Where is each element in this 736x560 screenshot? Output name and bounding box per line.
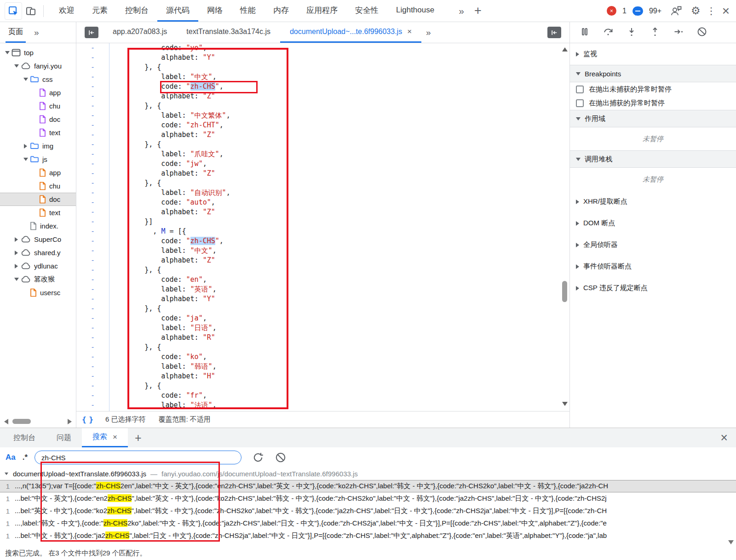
- tree-item-top[interactable]: top: [0, 46, 76, 59]
- toggle-debugger-sidebar-icon[interactable]: [547, 27, 561, 38]
- add-drawer-tab-icon[interactable]: +: [128, 431, 149, 445]
- checkbox[interactable]: [576, 99, 584, 107]
- settings-gear-icon[interactable]: ⚙: [691, 5, 701, 17]
- regex-toggle[interactable]: .*: [23, 453, 28, 462]
- tree-item-fanyi.you[interactable]: fanyi.you: [0, 59, 76, 73]
- search-result-file-header[interactable]: documentUpload~textTranslate.6f996033.js…: [0, 468, 736, 480]
- panel-tab-网络[interactable]: 网络: [198, 0, 231, 22]
- match-case-toggle[interactable]: Aa: [6, 453, 16, 462]
- panel-tab-内存[interactable]: 内存: [264, 0, 298, 22]
- step-icon[interactable]: [673, 26, 684, 39]
- section-事件侦听器断点[interactable]: 事件侦听器断点: [570, 256, 736, 277]
- expander-icon[interactable]: [13, 251, 20, 255]
- editor-vertical-scrollbar[interactable]: [560, 43, 569, 411]
- expander-icon[interactable]: [22, 158, 29, 161]
- tree-item-text[interactable]: text: [0, 126, 76, 139]
- panel-tab-Lighthouse[interactable]: Lighthouse: [387, 0, 443, 22]
- close-tab-icon[interactable]: ×: [113, 433, 117, 442]
- section-XHR/提取断点[interactable]: XHR/提取断点: [570, 191, 736, 212]
- search-result-row[interactable]: 1...bel:"中文 - 韩文"},{code:"ja2zh-CHS",lab…: [0, 530, 736, 542]
- kebab-menu-icon[interactable]: ⋮: [707, 6, 716, 17]
- drawer-tab-搜索[interactable]: 搜索×: [82, 428, 128, 447]
- step-out-icon[interactable]: [650, 26, 661, 39]
- section-Breakpoints[interactable]: Breakpoints: [570, 65, 736, 82]
- editor-tab-textTranslate.3a3a174c.js[interactable]: textTranslate.3a3a174c.js: [177, 22, 280, 43]
- tree-item-篡改猴[interactable]: 篡改猴: [0, 273, 76, 286]
- code-editor[interactable]: -------------------------------------- c…: [76, 43, 569, 411]
- drawer-tab-问题[interactable]: 问题: [46, 428, 82, 447]
- expander-icon[interactable]: [13, 237, 20, 242]
- panel-tab-应用程序[interactable]: 应用程序: [298, 0, 346, 22]
- clear-search-icon[interactable]: [275, 451, 287, 463]
- close-tab-icon[interactable]: ×: [407, 27, 412, 36]
- hide-navigator-icon[interactable]: [85, 27, 98, 38]
- expander-icon[interactable]: [22, 78, 29, 81]
- error-badge[interactable]: ×: [607, 6, 616, 16]
- scroll-right-icon[interactable]: [68, 419, 72, 424]
- tree-item-app[interactable]: app: [0, 86, 76, 99]
- tree-item-chu[interactable]: chu: [0, 179, 76, 193]
- step-into-icon[interactable]: [626, 26, 637, 39]
- search-result-row[interactable]: 1...bel:"中文 - 英文"},{code:"en2zh-CHS",lab…: [0, 492, 736, 505]
- panel-tab-控制台[interactable]: 控制台: [116, 0, 157, 22]
- expander-icon[interactable]: [4, 51, 11, 54]
- section-监视[interactable]: 监视: [570, 43, 736, 65]
- section-调用堆栈[interactable]: 调用堆栈: [570, 150, 736, 168]
- refresh-search-icon[interactable]: [252, 451, 264, 463]
- expander-icon[interactable]: [22, 144, 29, 149]
- inspect-element-icon[interactable]: [5, 2, 22, 20]
- scroll-left-icon[interactable]: [4, 419, 8, 424]
- tree-item-app[interactable]: app: [0, 166, 76, 179]
- section-CSP 违反了规定断点[interactable]: CSP 违反了规定断点: [570, 277, 736, 299]
- editor-tab-app.a207a083.js[interactable]: app.a207a083.js: [103, 22, 177, 43]
- close-devtools-icon[interactable]: ×: [722, 5, 730, 17]
- device-toolbar-icon[interactable]: [22, 2, 40, 20]
- step-over-icon[interactable]: [603, 26, 614, 39]
- panel-tab-元素[interactable]: 元素: [83, 0, 116, 22]
- tree-item-doc[interactable]: doc: [0, 113, 76, 126]
- scrollbar-thumb[interactable]: [12, 419, 31, 424]
- expander-icon[interactable]: [13, 278, 20, 281]
- tree-item-chu[interactable]: chu: [0, 99, 76, 113]
- messages-badge[interactable]: [632, 6, 643, 16]
- more-editor-tabs-icon[interactable]: »: [421, 28, 436, 38]
- close-drawer-icon[interactable]: ×: [720, 431, 736, 445]
- tree-item-doc[interactable]: doc: [0, 193, 76, 206]
- tree-item-ydlunac[interactable]: ydlunac: [0, 259, 76, 273]
- pause-icon[interactable]: [579, 26, 590, 39]
- tree-item-SuperCo[interactable]: SuperCo: [0, 233, 76, 246]
- panel-tab-欢迎[interactable]: 欢迎: [50, 0, 83, 22]
- drawer-tab-控制台[interactable]: 控制台: [3, 428, 46, 447]
- section-DOM 断点[interactable]: DOM 断点: [570, 212, 736, 234]
- scrollbar-thumb[interactable]: [562, 281, 567, 302]
- panel-tab-源代码[interactable]: 源代码: [157, 0, 198, 22]
- section-作用域[interactable]: 作用域: [570, 110, 736, 127]
- editor-tab-documentUpload~...te.6f996033.js[interactable]: documentUpload~...te.6f996033.js×: [280, 22, 421, 43]
- tree-horizontal-scrollbar[interactable]: [0, 415, 76, 428]
- tree-item-index.[interactable]: index.: [0, 219, 76, 233]
- collapse-icon[interactable]: [5, 473, 8, 475]
- search-result-row[interactable]: 1...bel:"英文 - 中文"},{code:"ko2zh-CHS",lab…: [0, 505, 736, 517]
- search-input[interactable]: [34, 451, 242, 464]
- search-result-row[interactable]: 1...,label:"韩文 - 中文"},{code:"zh-CHS2ko",…: [0, 517, 736, 530]
- code-content[interactable]: code: "yo", alphabet: "Y" }, { label: "中…: [109, 43, 560, 411]
- feedback-icon[interactable]: [667, 2, 685, 20]
- scroll-up-icon[interactable]: [562, 47, 568, 51]
- add-panel-icon[interactable]: +: [470, 4, 486, 18]
- expander-icon[interactable]: [13, 64, 20, 68]
- breakpoint-option[interactable]: 在抛出未捕获的异常时暂停: [570, 82, 736, 96]
- tree-item-text[interactable]: text: [0, 206, 76, 219]
- scroll-down-icon[interactable]: [562, 402, 568, 406]
- deactivate-breakpoints-icon[interactable]: [696, 26, 707, 39]
- results-scroll-down-icon[interactable]: [728, 540, 734, 544]
- search-result-row[interactable]: 1...,n("13d5");var T=[{code:"zh-CHS2en",…: [0, 480, 736, 492]
- tree-item-css[interactable]: css: [0, 73, 76, 86]
- panel-tab-安全性[interactable]: 安全性: [346, 0, 387, 22]
- checkbox[interactable]: [576, 86, 584, 93]
- tree-item-usersc[interactable]: usersc: [0, 286, 76, 299]
- panel-tab-性能[interactable]: 性能: [231, 0, 264, 22]
- tree-item-js[interactable]: js: [0, 153, 76, 166]
- more-navigator-tabs-icon[interactable]: »: [34, 28, 39, 38]
- tree-item-shared.y[interactable]: shared.y: [0, 246, 76, 259]
- pretty-print-icon[interactable]: { }: [82, 415, 92, 424]
